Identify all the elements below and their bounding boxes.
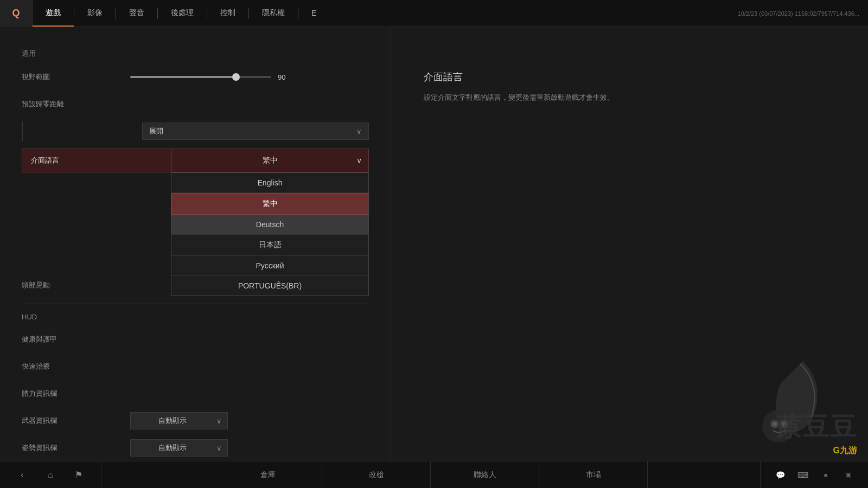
fov-row: 視野範圍 90 [22, 67, 369, 87]
chat-button[interactable]: 💬 [769, 461, 791, 489]
ninegame-logo: G九游 [833, 445, 857, 457]
language-dropdown: English繁中Deutsch日本語РусскийPORTUGUÊS(BR) [171, 172, 369, 296]
top-bar: Q 遊戲影像聲音後處理控制隱私權E 10/2/23 (03/07/2023) 1… [0, 0, 868, 27]
extra-button-2[interactable]: ▣ [838, 461, 859, 489]
language-chevron-icon: ∨ [356, 156, 362, 165]
weapon-value: 自動顯示 [158, 416, 187, 425]
bottom-tab-市場[interactable]: 市場 [539, 461, 648, 489]
reset-distance-label: 預設歸零距離 [22, 99, 130, 109]
home-icon: ⌂ [48, 470, 53, 480]
quickheal-label: 快速治療 [22, 362, 130, 371]
bottom-tab-聯絡人[interactable]: 聯絡人 [431, 461, 539, 489]
home-button[interactable]: ⌂ [37, 461, 64, 489]
tab-game[interactable]: 遊戲 [33, 0, 74, 27]
flag-icon: ⚑ [75, 470, 82, 480]
chat-icon: 💬 [776, 471, 785, 479]
tab-bar: 遊戲影像聲音後處理控制隱私權E [33, 0, 329, 27]
lang-option-zh-tw[interactable]: 繁中 [171, 193, 368, 215]
weapon-dropdown[interactable]: 自動顯示 ∨ [130, 412, 228, 429]
fov-control: 90 [130, 73, 369, 81]
right-panel-title: 介面語言 [424, 70, 846, 84]
lang-option-en[interactable]: English [171, 173, 368, 193]
posture-dropdown[interactable]: 自動顯示 ∨ [130, 439, 228, 457]
section-hud-title: HUD [22, 313, 369, 321]
expand-chevron-icon: ∨ [356, 127, 362, 136]
posture-dropdown-btn[interactable]: 自動顯示 ∨ [130, 439, 228, 457]
bottom-tab-改槍[interactable]: 改槍 [322, 461, 431, 489]
brand-watermark: 蒝豆豆 [776, 410, 857, 445]
posture-value: 自動顯示 [158, 444, 187, 452]
language-row: 介面語言 繁中 ∨ English繁中Deutsch日本語РусскийPORT… [22, 149, 369, 172]
timestamp: 10/2/23 (03/07/2023) 1158:02/7957/714:43… [738, 10, 868, 17]
right-panel: 介面語言 設定介面文字對應的語言，變更後需重新啟動遊戲才會生效。 蒝豆豆 G九游 [391, 27, 868, 483]
stamina-row: 體力資訊欄 [22, 384, 369, 403]
keyboard-button[interactable]: ⌨ [792, 461, 814, 489]
section-general-title: 適用 [22, 49, 369, 59]
language-current-btn[interactable]: 繁中 ∨ [171, 149, 369, 172]
bottom-tab-倉庫[interactable]: 倉庫 [214, 461, 322, 489]
lang-option-pt-br[interactable]: PORTUGUÊS(BR) [171, 276, 368, 296]
weapon-chevron-icon: ∨ [216, 417, 222, 425]
back-button[interactable]: ‹ [9, 461, 36, 489]
expand-text: 展開 [149, 126, 163, 136]
bottom-nav-center: 倉庫改槍聯絡人市場 [101, 461, 760, 489]
weapon-dropdown-btn[interactable]: 自動顯示 ∨ [130, 412, 228, 429]
lang-option-de[interactable]: Deutsch [171, 215, 368, 235]
fov-value: 90 [278, 73, 294, 81]
tab-postprocess[interactable]: 後處理 [158, 0, 207, 27]
tab-extra[interactable]: E [298, 0, 329, 27]
posture-row: 姿勢資訊欄 自動顯示 ∨ [22, 438, 369, 458]
language-current-value: 繁中 [263, 156, 278, 165]
tab-audio[interactable]: 聲音 [116, 0, 157, 27]
divider-1 [22, 304, 369, 304]
health-label: 健康與護甲 [22, 335, 130, 344]
right-panel-description: 設定介面文字對應的語言，變更後需重新啟動遊戲才會生效。 [424, 92, 846, 104]
fov-label: 視野範圍 [22, 72, 130, 82]
language-label: 介面語言 [22, 149, 171, 172]
left-panel: 適用 視野範圍 90 預設歸零距離 [0, 27, 391, 483]
keyboard-icon: ⌨ [797, 471, 808, 479]
head-bob-label: 頭部晃動 [22, 280, 130, 290]
weapon-label: 武器資訊欄 [22, 416, 130, 426]
expand-row: 展開 ∨ [22, 121, 369, 141]
tab-control[interactable]: 控制 [207, 0, 248, 27]
expand-dropdown-btn[interactable]: 展開 ∨ [142, 123, 369, 140]
weapon-row: 武器資訊欄 自動顯示 ∨ [22, 411, 369, 431]
quickheal-row: 快速治療 [22, 357, 369, 376]
posture-chevron-icon: ∨ [216, 444, 222, 452]
bottom-nav-left: ‹ ⌂ ⚑ [0, 461, 101, 489]
health-row: 健康與護甲 [22, 330, 369, 349]
lang-option-ru[interactable]: Русский [171, 256, 368, 276]
app-logo: Q [0, 0, 33, 27]
reset-distance-row: 預設歸零距離 [22, 94, 369, 114]
posture-label: 姿勢資訊欄 [22, 443, 130, 453]
bottom-nav-right: 💬 ⌨ ■ ▣ [760, 461, 868, 489]
extra-button-1[interactable]: ■ [815, 461, 837, 489]
stamina-label: 體力資訊欄 [22, 389, 130, 399]
watermark-area: 蒝豆豆 [738, 350, 846, 450]
back-icon: ‹ [21, 470, 23, 480]
main-content: 適用 視野範圍 90 預設歸零距離 [0, 27, 868, 483]
flag-button[interactable]: ⚑ [65, 461, 92, 489]
tab-privacy[interactable]: 隱私權 [249, 0, 298, 27]
expand-control[interactable]: 展開 ∨ [142, 123, 369, 140]
language-select-cell: 繁中 ∨ English繁中Deutsch日本語РусскийPORTUGUÊS… [171, 149, 369, 172]
bottom-bar: ‹ ⌂ ⚑ 倉庫改槍聯絡人市場 💬 ⌨ ■ ▣ [0, 461, 868, 488]
tab-video[interactable]: 影像 [74, 0, 116, 27]
fov-slider-track[interactable] [130, 76, 271, 78]
lang-option-ja[interactable]: 日本語 [171, 235, 368, 256]
